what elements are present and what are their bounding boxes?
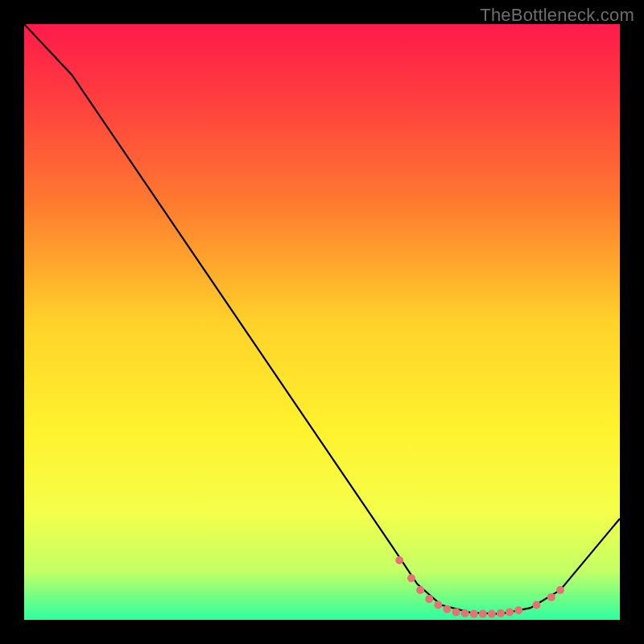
marker-dot xyxy=(452,608,460,616)
marker-dot xyxy=(532,601,540,609)
marker-dot xyxy=(395,556,403,564)
marker-dot xyxy=(497,609,505,617)
marker-dot xyxy=(547,593,555,601)
gradient-background xyxy=(24,24,620,620)
marker-dot xyxy=(443,605,451,613)
marker-dot xyxy=(434,601,442,609)
chart-svg xyxy=(24,24,620,620)
marker-dot xyxy=(470,610,478,618)
marker-dot xyxy=(506,608,514,616)
marker-dot xyxy=(416,586,424,594)
chart-stage: TheBottleneck.com xyxy=(0,0,644,644)
marker-dot xyxy=(514,606,522,614)
marker-dot xyxy=(556,586,564,594)
plot-area xyxy=(24,24,620,620)
marker-dot xyxy=(407,574,415,582)
marker-dot xyxy=(488,610,496,618)
marker-dot xyxy=(425,595,433,603)
marker-dot xyxy=(479,610,487,618)
watermark-text: TheBottleneck.com xyxy=(480,5,634,26)
marker-dot xyxy=(461,609,469,617)
